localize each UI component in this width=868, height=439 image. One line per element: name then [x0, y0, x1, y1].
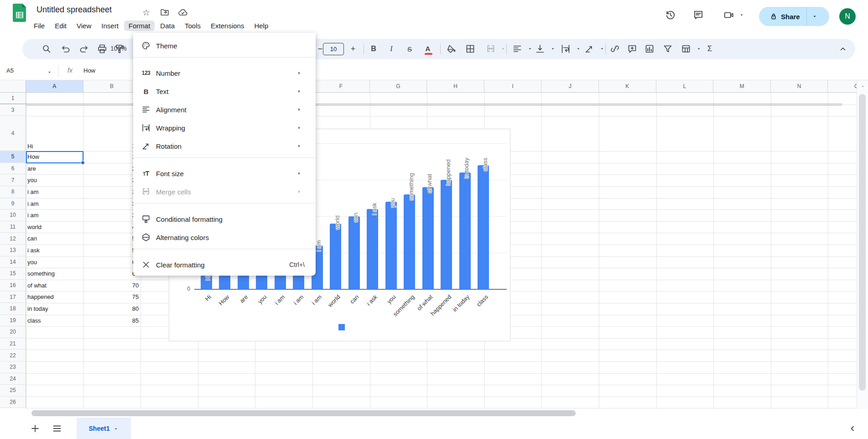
format-menu-item-rotation[interactable]: Rotation	[133, 137, 316, 155]
sheets-logo-icon[interactable]	[13, 4, 26, 22]
column-header-h[interactable]: H	[427, 80, 484, 93]
row-header-21[interactable]: 21	[0, 338, 26, 350]
scroll-up-icon[interactable]	[860, 84, 866, 89]
menubar-item-format[interactable]: Format	[124, 21, 155, 31]
strikethrough-icon[interactable]: S	[403, 42, 416, 56]
row-header-26[interactable]: 26	[0, 397, 26, 408]
undo-button[interactable]	[59, 42, 73, 56]
cell-b4[interactable]: 10	[85, 116, 139, 151]
row-header-13[interactable]: 13	[0, 245, 26, 256]
row-header-15[interactable]: 15	[0, 268, 26, 280]
cell-b17[interactable]: 75	[85, 291, 139, 303]
menubar-item-tools[interactable]: Tools	[180, 21, 205, 31]
select-all-corner[interactable]	[0, 80, 26, 93]
row-header-8[interactable]: 8	[0, 186, 26, 198]
cell-b19[interactable]: 85	[85, 315, 139, 327]
cell-a7[interactable]: you	[27, 174, 82, 186]
column-header-n[interactable]: N	[771, 80, 828, 93]
menubar-item-data[interactable]: Data	[156, 21, 179, 31]
table-views-dropdown-icon[interactable]	[696, 45, 702, 51]
row-header-5[interactable]: 5	[0, 151, 26, 163]
sheet-tab-dropdown-icon[interactable]	[113, 426, 119, 432]
column-header-i[interactable]: I	[484, 80, 542, 93]
cell-a9[interactable]: i am	[27, 198, 82, 210]
font-size-input[interactable]: 10	[323, 43, 344, 55]
menubar-item-file[interactable]: File	[29, 21, 49, 31]
increase-font-size-button[interactable]: +	[346, 42, 360, 56]
row-header-4[interactable]: 4	[0, 116, 26, 151]
column-header-l[interactable]: L	[656, 80, 714, 93]
table-views-button[interactable]	[679, 42, 693, 56]
text-wrapping-button[interactable]	[559, 42, 572, 56]
column-header-b[interactable]: B	[83, 80, 141, 93]
row-header-23[interactable]: 23	[0, 361, 26, 373]
formula-input[interactable]: How	[83, 67, 95, 74]
zoom-selector[interactable]: 100%	[110, 45, 127, 52]
search-button[interactable]	[40, 42, 53, 56]
format-menu-item-font-size[interactable]: TTFont size	[133, 164, 316, 183]
comments-icon[interactable]	[692, 9, 704, 21]
insert-link-button[interactable]	[608, 42, 622, 56]
format-menu-item-alternating-colors[interactable]: Alternating colors	[133, 228, 316, 246]
fill-color-button[interactable]	[445, 42, 458, 56]
row-header-9[interactable]: 9	[0, 198, 26, 210]
video-call-dropdown-icon[interactable]	[739, 12, 744, 18]
merge-cells-dropdown-icon[interactable]	[500, 45, 506, 51]
cell-a10[interactable]: i am	[27, 209, 82, 221]
row-header-10[interactable]: 10	[0, 209, 26, 221]
row-header-16[interactable]: 16	[0, 280, 26, 292]
format-menu-item-theme[interactable]: Theme	[133, 37, 316, 55]
vertical-align-button[interactable]	[533, 42, 547, 56]
vertical-scrollbar-thumb[interactable]	[859, 94, 866, 391]
cell-b7[interactable]: 25	[85, 174, 139, 186]
column-header-f[interactable]: F	[312, 80, 370, 93]
horizontal-align-dropdown-icon[interactable]	[527, 45, 533, 51]
row-header-25[interactable]: 25	[0, 385, 26, 397]
name-box[interactable]: A5	[6, 67, 14, 74]
cell-b16[interactable]: 70	[85, 280, 139, 292]
column-header-m[interactable]: M	[713, 80, 771, 93]
insert-chart-button[interactable]	[643, 42, 656, 56]
column-header-j[interactable]: J	[541, 80, 599, 93]
chart-bar[interactable]	[404, 194, 415, 289]
format-menu-item-wrapping[interactable]: Wrapping	[133, 119, 316, 137]
italic-icon[interactable]: I	[385, 42, 398, 56]
vertical-scrollbar[interactable]	[857, 80, 868, 409]
cell-a8[interactable]: i am	[27, 186, 82, 198]
menubar-item-view[interactable]: View	[72, 21, 96, 31]
chart-bar[interactable]	[348, 216, 360, 289]
cell-a19[interactable]: class	[27, 315, 82, 327]
sheet-tab-sheet1[interactable]: Sheet1	[77, 418, 131, 439]
all-sheets-icon[interactable]	[52, 423, 62, 434]
row-header-14[interactable]: 14	[0, 256, 26, 268]
fill-handle[interactable]	[81, 161, 85, 165]
row-header-18[interactable]: 18	[0, 303, 26, 315]
menubar-item-help[interactable]: Help	[249, 21, 273, 31]
cell-b18[interactable]: 80	[85, 303, 139, 315]
row-header-24[interactable]: 24	[0, 373, 26, 385]
print-button[interactable]	[95, 42, 109, 56]
menubar-item-extensions[interactable]: Extensions	[206, 21, 249, 31]
add-sheet-icon[interactable]	[30, 423, 41, 434]
horizontal-scrollbar-thumb[interactable]	[31, 410, 576, 416]
cell-b5[interactable]: 15	[85, 151, 139, 163]
cell-b11[interactable]: 45	[85, 221, 139, 233]
cloud-status-icon[interactable]	[178, 7, 188, 17]
merge-cells-button[interactable]	[484, 42, 498, 56]
avatar[interactable]: N	[839, 8, 856, 25]
chart-bar[interactable]	[330, 224, 341, 289]
cell-b9[interactable]: 30	[85, 198, 139, 210]
column-header-k[interactable]: K	[599, 80, 656, 93]
cell-a13[interactable]: i ask	[27, 245, 82, 256]
text-rotation-dropdown-icon[interactable]	[599, 45, 605, 51]
format-menu-item-text[interactable]: BText	[133, 82, 316, 100]
row-header-1[interactable]: 1	[0, 93, 26, 105]
row-header-12[interactable]: 12	[0, 233, 26, 245]
video-call-icon[interactable]	[723, 9, 735, 21]
cell-b6[interactable]: 20	[85, 163, 139, 175]
cell-b10[interactable]: 30	[85, 209, 139, 221]
hide-toolbar-button[interactable]	[836, 42, 850, 56]
cell-a11[interactable]: world	[27, 221, 82, 233]
format-menu-item-alignment[interactable]: Alignment	[133, 100, 316, 119]
cell-b8[interactable]: 30	[85, 186, 139, 198]
